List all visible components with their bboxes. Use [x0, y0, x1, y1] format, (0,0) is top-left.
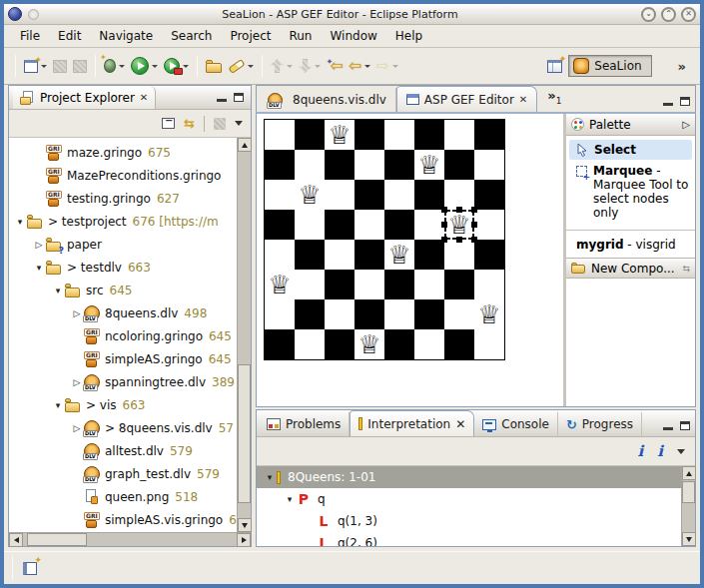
tree-item[interactable]: ▷DLV> 8queens.vis.dlv57 — [9, 416, 237, 439]
explorer-vertical-scrollbar[interactable] — [237, 138, 251, 532]
menu-navigate[interactable]: Navigate — [91, 27, 161, 45]
queen-icon[interactable]: ♕ — [328, 122, 351, 148]
expanded-arrow-icon[interactable]: ▾ — [32, 263, 46, 273]
view-menu-icon[interactable] — [235, 121, 243, 126]
scroll-down-button[interactable] — [682, 532, 696, 546]
scroll-left-button[interactable] — [9, 533, 23, 547]
palette-header[interactable]: Palette ▷ — [566, 114, 695, 136]
tree-item[interactable]: GRIsimpleAS.gringo645 — [9, 347, 237, 370]
tree-item[interactable]: ▷DLV8queens.dlv498 — [9, 301, 237, 324]
run-button[interactable] — [128, 54, 161, 78]
palette-section-new-components[interactable]: New Compo... ⇆ — [566, 258, 695, 279]
scrollbar-thumb[interactable] — [682, 481, 695, 503]
scrollbar-track[interactable] — [682, 480, 695, 532]
drawer-pin-icon[interactable]: ⇆ — [682, 264, 690, 274]
tree-item[interactable]: ▾src645 — [9, 279, 237, 301]
tab-asp-gef-editor[interactable]: ASP GEF Editor ✕ — [396, 86, 537, 112]
interpretation-vertical-scrollbar[interactable] — [681, 466, 695, 546]
external-tools-button[interactable] — [161, 54, 192, 78]
debug-button[interactable] — [101, 54, 128, 78]
tab-console[interactable]: Console — [474, 412, 558, 436]
tree-item[interactable]: DLValltest.dlv579 — [9, 439, 237, 462]
tab-problems[interactable]: Problems — [259, 412, 350, 436]
tree-item[interactable]: ▾> testdlv663 — [9, 256, 237, 279]
back-button[interactable]: ⇦ — [346, 54, 373, 78]
menu-search[interactable]: Search — [163, 27, 220, 45]
interpretation-item[interactable]: Lq(2, 6) — [257, 532, 681, 546]
tree-item[interactable]: GRImaze.gringo675 — [9, 141, 237, 164]
expanded-arrow-icon[interactable]: ▾ — [13, 217, 27, 227]
queen-cell[interactable]: ♕ — [354, 329, 384, 359]
expanded-arrow-icon[interactable]: ▾ — [263, 472, 277, 482]
queen-icon[interactable]: ♕ — [357, 331, 380, 357]
tab-progress[interactable]: ↻Progress — [558, 412, 642, 436]
menu-run[interactable]: Run — [281, 27, 320, 45]
maximize-view-icon[interactable] — [680, 97, 690, 106]
chevron-down-icon[interactable] — [152, 65, 158, 68]
link-with-editor-icon[interactable]: ⇆ — [184, 117, 195, 130]
queen-icon[interactable]: ♕ — [268, 272, 291, 297]
tree-item[interactable]: GRIsimpleAS.vis.gringo6 — [9, 508, 237, 531]
queen-cell[interactable]: ♕ — [295, 180, 325, 210]
chevron-down-icon[interactable] — [248, 65, 254, 68]
menu-edit[interactable]: Edit — [50, 27, 89, 45]
queen-cell[interactable]: ♕ — [325, 120, 354, 150]
expanded-arrow-icon[interactable]: ▾ — [51, 400, 65, 410]
interpretation-item[interactable]: ▾Pq — [257, 488, 681, 510]
info-icon[interactable]: i — [657, 444, 663, 459]
minimize-view-icon[interactable] — [663, 427, 673, 430]
collapse-all-icon[interactable] — [162, 118, 175, 129]
tree-item[interactable]: DLVgraph_test.dlv579 — [9, 462, 237, 485]
scrollbar-thumb[interactable] — [238, 364, 251, 503]
chevron-down-icon[interactable] — [119, 65, 125, 68]
interpretation-item[interactable]: ▾8Queens: 1-01 — [257, 466, 681, 488]
editor-overflow-chevron[interactable]: »1 — [547, 88, 561, 106]
close-icon[interactable]: ✕ — [140, 92, 148, 103]
chevron-down-icon[interactable] — [364, 65, 370, 68]
open-perspective-icon[interactable] — [547, 60, 562, 73]
palette-tool-mygrid[interactable]: mygrid - visgrid — [566, 236, 695, 258]
new-wizard-button[interactable] — [21, 54, 50, 78]
minimize-view-icon[interactable] — [217, 99, 227, 102]
open-resource-button[interactable] — [203, 54, 226, 78]
collapsed-arrow-icon[interactable]: ▷ — [32, 240, 46, 250]
window-menu-icon[interactable] — [28, 9, 39, 20]
close-icon[interactable]: ✕ — [455, 417, 465, 431]
info-icon[interactable]: i — [638, 444, 644, 459]
scroll-down-button[interactable] — [238, 518, 252, 532]
menu-file[interactable]: File — [12, 27, 48, 45]
tree-item[interactable]: ▾> testproject676 [https://m — [9, 210, 237, 233]
tree-item[interactable]: queen.png518 — [9, 485, 237, 508]
chevron-down-icon[interactable] — [183, 65, 189, 68]
tree-item[interactable]: ▾> vis663 — [9, 393, 237, 416]
scroll-up-button[interactable] — [238, 138, 252, 152]
scrollbar-track[interactable] — [238, 152, 251, 518]
maximize-view-icon[interactable] — [680, 421, 690, 430]
scrollbar-thumb[interactable] — [27, 533, 87, 546]
scroll-right-button[interactable] — [237, 533, 251, 547]
collapsed-arrow-icon[interactable]: ▷ — [70, 308, 84, 318]
queen-icon[interactable]: ♕ — [387, 242, 410, 268]
expanded-arrow-icon[interactable]: ▾ — [283, 494, 297, 504]
menu-project[interactable]: Project — [222, 27, 279, 45]
explorer-horizontal-scrollbar[interactable] — [9, 532, 251, 546]
close-button[interactable]: ✕ — [681, 7, 696, 22]
queen-cell[interactable]: ♕ — [444, 210, 474, 240]
tree-item[interactable]: GRItesting.gringo627 — [9, 187, 237, 210]
titlebar[interactable]: SeaLion - ASP GEF Editor - Eclipse Platf… — [4, 4, 700, 25]
fast-view-icon[interactable] — [23, 562, 37, 575]
mark-occurrences-button[interactable] — [226, 54, 257, 78]
queen-icon[interactable]: ♕ — [298, 182, 321, 208]
maximize-button[interactable]: ⌃ — [661, 7, 676, 22]
maximize-view-icon[interactable] — [234, 93, 244, 102]
queen-icon[interactable]: ♕ — [477, 301, 500, 327]
tree-item[interactable]: GRIncoloring.gringo645 — [9, 324, 237, 347]
queen-cell[interactable]: ♕ — [265, 270, 295, 299]
minimize-view-icon[interactable] — [663, 103, 673, 106]
gef-canvas[interactable]: ♕♕♕♕♕♕♕♕ — [257, 114, 563, 406]
scroll-up-button[interactable] — [682, 466, 696, 480]
last-edit-location-button[interactable]: ⇦ — [324, 54, 346, 78]
perspective-overflow-chevron[interactable]: » — [678, 59, 686, 74]
collapsed-arrow-icon[interactable]: ▷ — [70, 423, 84, 433]
collapsed-arrow-icon[interactable]: ▷ — [70, 377, 84, 387]
